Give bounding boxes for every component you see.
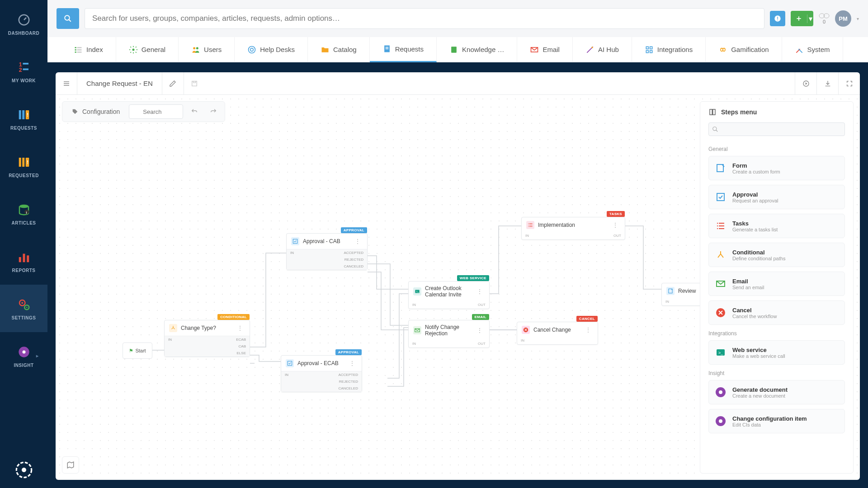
- conditional-icon: [714, 249, 727, 261]
- navtab-users[interactable]: Users: [179, 37, 235, 62]
- gauge-icon: [16, 12, 32, 28]
- sidebar-item-requests[interactable]: ! REQUESTS: [0, 95, 47, 142]
- svg-rect-53: [650, 50, 652, 52]
- infinity-icon: [718, 45, 727, 54]
- step-form[interactable]: FormCreate a custom form: [708, 156, 845, 180]
- navtab-aihub[interactable]: AI Hub: [573, 37, 632, 62]
- fullscreen-button[interactable]: [838, 72, 860, 95]
- steps-search-input[interactable]: [708, 122, 845, 136]
- conditional-icon: [169, 324, 177, 332]
- node-approval-cab[interactable]: APPROVAL Approval - CAB ⋮ INACCEPTED REJ…: [286, 233, 368, 270]
- sidebar-item-articles[interactable]: i ARTICLES: [0, 190, 47, 237]
- navtab-system[interactable]: System: [782, 37, 843, 62]
- hamburger-icon: [63, 80, 70, 87]
- node-more-button[interactable]: ⋮: [347, 360, 357, 367]
- step-change-ci[interactable]: Change configuration itemEdit CIs data: [708, 409, 845, 433]
- node-notify-rejection[interactable]: EMAIL Notify Change Rejection ⋮ INOUT: [408, 320, 490, 348]
- navtab-requests[interactable]: Requests: [370, 37, 437, 62]
- insight-icon: [714, 415, 727, 427]
- webservice-icon: >_: [413, 287, 421, 296]
- barchart-icon: [16, 249, 32, 265]
- minimap-button[interactable]: [62, 456, 79, 474]
- configuration-button[interactable]: Configuration: [66, 104, 125, 119]
- node-tag: CANCEL: [576, 316, 598, 322]
- node-implementation[interactable]: TASKS Implementation ⋮ INOUT: [521, 217, 625, 240]
- svg-text:>_: >_: [416, 291, 419, 293]
- alerts-button[interactable]: [770, 11, 785, 26]
- sidebar-label: REQUESTS: [10, 126, 37, 131]
- navtab-catalog[interactable]: Catalog: [308, 37, 370, 62]
- navtab-general[interactable]: General: [116, 37, 179, 62]
- database-icon: i: [16, 202, 32, 218]
- editor-title: Change Request - EN: [77, 80, 162, 87]
- caret-down-icon[interactable]: ▾: [807, 14, 813, 23]
- undo-button[interactable]: [187, 104, 202, 119]
- svg-point-26: [22, 468, 26, 472]
- node-approval-ecab[interactable]: APPROVAL Approval - ECAB ⋮ INACCEPTED RE…: [281, 355, 362, 392]
- sidebar-item-requested[interactable]: ! REQUESTED: [0, 142, 47, 190]
- svg-rect-4: [23, 69, 28, 70]
- svg-rect-5: [19, 110, 21, 119]
- hamburger-button[interactable]: [56, 72, 77, 95]
- notifications-badge[interactable]: 0: [819, 13, 830, 24]
- sidebar-label: REPORTS: [12, 268, 36, 273]
- edit-button[interactable]: [162, 72, 184, 95]
- navtab-integrations[interactable]: Integrations: [632, 37, 706, 62]
- add-button[interactable]: ▾: [791, 11, 813, 26]
- node-more-button[interactable]: ⋮: [583, 326, 593, 333]
- workflow-canvas[interactable]: Configuration: [56, 95, 860, 480]
- caret-down-icon[interactable]: ▾: [857, 16, 859, 21]
- node-cancel-change[interactable]: CANCEL Cancel Change ⋮ IN: [517, 322, 598, 345]
- step-cancel[interactable]: CancelCancel the workflow: [708, 300, 845, 325]
- node-change-type[interactable]: CONDITIONAL Change Type? ⋮ INECAB CAB EL…: [164, 320, 250, 357]
- grid-icon: [645, 45, 654, 54]
- webservice-icon: >_: [714, 346, 727, 359]
- download-button[interactable]: [816, 72, 838, 95]
- node-create-outlook[interactable]: WEB SERVICE >_ Create Outlook Calendar I…: [408, 281, 490, 309]
- envelope-icon: [530, 45, 539, 54]
- sidebar-item-mywork[interactable]: 12 MY WORK: [0, 47, 47, 95]
- canvas-search-input[interactable]: [129, 104, 183, 119]
- search-button[interactable]: [57, 8, 79, 29]
- wand-icon: [585, 45, 594, 54]
- node-more-button[interactable]: ⋮: [610, 221, 620, 229]
- step-tasks[interactable]: TasksGenerate a tasks list: [708, 214, 845, 238]
- tools-icon: [795, 45, 804, 54]
- svg-rect-55: [193, 81, 196, 82]
- step-generate-document[interactable]: Generate documentCreate a new document: [708, 380, 845, 404]
- node-more-button[interactable]: ⋮: [235, 324, 245, 332]
- step-email[interactable]: EmailSend an email: [708, 272, 845, 296]
- step-approval[interactable]: ApprovalRequest an approval: [708, 185, 845, 209]
- navtab-helpdesks[interactable]: Help Desks: [235, 37, 308, 62]
- step-conditional[interactable]: ConditionalDefine conditional paths: [708, 243, 845, 267]
- node-more-button[interactable]: ⋮: [475, 288, 485, 295]
- save-button[interactable]: [184, 72, 205, 95]
- node-more-button[interactable]: ⋮: [475, 327, 485, 334]
- node-tag: APPROVAL: [335, 349, 362, 355]
- global-search-input[interactable]: [85, 8, 764, 29]
- sidebar-item-insight[interactable]: INSIGHT ▸: [0, 332, 47, 380]
- node-more-button[interactable]: ⋮: [353, 238, 363, 245]
- node-start[interactable]: ⚑ Start: [123, 343, 152, 359]
- navtab-gamification[interactable]: Gamification: [706, 37, 782, 62]
- svg-rect-34: [77, 47, 82, 48]
- navtab-index[interactable]: Index: [61, 37, 116, 62]
- sidebar-item-dashboard[interactable]: DASHBOARD: [0, 0, 47, 47]
- svg-rect-10: [22, 158, 24, 167]
- svg-rect-37: [75, 52, 76, 53]
- user-avatar[interactable]: PM: [835, 10, 851, 27]
- navtab-email[interactable]: Email: [517, 37, 573, 62]
- svg-point-42: [249, 46, 255, 53]
- svg-text:!: !: [27, 160, 28, 165]
- redo-button[interactable]: [206, 104, 221, 119]
- svg-point-24: [22, 351, 25, 354]
- sidebar-item-reports[interactable]: REPORTS: [0, 237, 47, 285]
- svg-rect-2: [23, 63, 28, 65]
- insight-icon: [16, 344, 32, 360]
- navtab-knowledge[interactable]: Knowledge …: [437, 37, 517, 62]
- play-button[interactable]: [795, 72, 816, 95]
- svg-rect-18: [27, 255, 29, 262]
- sidebar-item-settings[interactable]: SETTINGS: [0, 285, 47, 332]
- svg-point-27: [65, 15, 70, 20]
- step-webservice[interactable]: >_ Web serviceMake a web service call: [708, 340, 845, 365]
